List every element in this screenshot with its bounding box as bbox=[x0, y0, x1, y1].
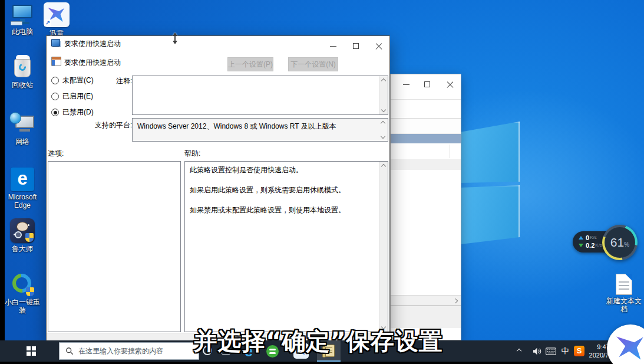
desktop-icon-label: Microsoft Edge bbox=[4, 193, 41, 209]
usage-percent-gauge[interactable]: 61% bbox=[602, 225, 638, 260]
dialog-title: 要求使用快速启动 bbox=[64, 39, 121, 49]
desktop-icon-label: 此电脑 bbox=[4, 28, 41, 36]
help-box[interactable]: 此策略设置控制是否使用快速启动。 如果启用此策略设置，则系统需要启用休眠模式。 … bbox=[184, 161, 388, 332]
desktop-icon-xiaobai[interactable]: 小白一键重装 bbox=[4, 273, 41, 314]
background-window[interactable] bbox=[390, 74, 461, 340]
left-black-bar bbox=[0, 0, 5, 340]
shield-icon bbox=[25, 233, 34, 242]
windows-logo-pane-top bbox=[461, 122, 520, 183]
horizontal-scrollbar[interactable] bbox=[391, 295, 461, 306]
dialog-titlebar[interactable]: 要求使用快速启动 bbox=[47, 36, 389, 50]
options-label: 选项: bbox=[48, 149, 64, 159]
video-subtitle: 并选择“确定”保存设置 bbox=[0, 325, 636, 358]
desktop-icon-label: 新建文本文档 bbox=[606, 297, 642, 313]
maximize-button[interactable] bbox=[421, 79, 434, 91]
upload-arrow-icon bbox=[579, 234, 583, 240]
desktop-icon-thunder[interactable]: ↗ 迅雷 bbox=[41, 2, 72, 37]
radio-icon-selected[interactable] bbox=[51, 109, 59, 116]
scroll-right-icon[interactable] bbox=[453, 299, 458, 303]
download-arrow-icon bbox=[579, 244, 583, 250]
desktop-screen: 此电脑 ↗ 迅雷 回收站 网络 e Microsoft Edge 鲁大师 小白一 bbox=[0, 0, 644, 364]
windows-logo-pane-bottom bbox=[461, 185, 520, 244]
scroll-up-icon[interactable] bbox=[381, 164, 386, 169]
comment-box[interactable] bbox=[132, 76, 388, 115]
radio-disabled[interactable]: 已禁用(D) bbox=[51, 107, 94, 117]
vertical-scrollbar[interactable] bbox=[379, 76, 388, 114]
desktop-icon-new-text-doc[interactable]: 新建文本文档 bbox=[606, 274, 642, 313]
shortcut-arrow-icon: ↗ bbox=[44, 19, 51, 27]
desktop-icon-edge[interactable]: e Microsoft Edge bbox=[4, 168, 41, 209]
vertical-scrollbar[interactable] bbox=[379, 119, 388, 141]
previous-setting-button[interactable]: 上一个设置(P) bbox=[227, 57, 273, 71]
shield-icon bbox=[26, 287, 34, 296]
selected-row-band bbox=[391, 134, 461, 143]
desktop-icon-recycle-bin[interactable]: 回收站 bbox=[4, 54, 41, 89]
desktop-icon-label: 网络 bbox=[4, 137, 41, 146]
options-box[interactable] bbox=[48, 161, 181, 332]
download-speed: 0.2 bbox=[586, 242, 595, 249]
desktop-icon-this-pc[interactable]: 此电脑 bbox=[4, 4, 41, 36]
recycle-bin-icon bbox=[11, 54, 34, 79]
master-lu-icon bbox=[10, 218, 35, 243]
scroll-down-icon[interactable] bbox=[381, 134, 385, 139]
policy-dialog[interactable]: 要求使用快速启动 要求使用快速启动 上一个设置(P) 下一个设置(N) 未配置(… bbox=[46, 35, 390, 340]
thunder-icon: ↗ bbox=[44, 2, 70, 27]
next-setting-button[interactable]: 下一个设置(N) bbox=[288, 57, 338, 71]
policy-name: 要求使用快速启动 bbox=[64, 58, 121, 68]
radio-icon[interactable] bbox=[51, 93, 59, 100]
scroll-up-icon[interactable] bbox=[381, 121, 385, 126]
vertical-scrollbar[interactable] bbox=[379, 162, 388, 332]
background-window-titlebar bbox=[391, 74, 461, 99]
desktop-icon-network[interactable]: 网络 bbox=[4, 112, 41, 146]
scroll-down-icon[interactable] bbox=[381, 107, 386, 112]
help-text: 此策略设置控制是否使用快速启动。 如果启用此策略设置，则系统需要启用休眠模式。 … bbox=[185, 162, 379, 332]
usage-percent: 61 bbox=[610, 235, 624, 250]
radio-enabled[interactable]: 已启用(E) bbox=[51, 91, 93, 101]
comment-label: 注释: bbox=[116, 76, 132, 86]
text-document-icon bbox=[616, 274, 632, 295]
scroll-up-icon[interactable] bbox=[381, 78, 386, 83]
this-pc-icon bbox=[11, 4, 34, 26]
desktop-icon-label: 小白一键重装 bbox=[4, 298, 41, 314]
background-window-toolbar bbox=[391, 99, 461, 119]
desktop-icon-master-lu[interactable]: 鲁大师 bbox=[4, 218, 41, 253]
minimize-button[interactable] bbox=[400, 79, 413, 91]
dialog-titlebar-icon bbox=[51, 39, 60, 47]
help-label: 帮助: bbox=[184, 149, 200, 159]
background-window-body bbox=[391, 170, 461, 295]
desktop-icon-label: 鲁大师 bbox=[4, 245, 41, 253]
xiaobai-reinstall-icon bbox=[11, 273, 34, 296]
desktop-icon-label: 回收站 bbox=[4, 81, 41, 89]
bottom-black-bar bbox=[0, 362, 644, 364]
radio-icon[interactable] bbox=[51, 77, 59, 84]
network-icon bbox=[9, 112, 35, 136]
supported-on-label: 支持的平台: bbox=[95, 120, 132, 130]
edge-icon: e bbox=[11, 168, 34, 191]
supported-on-box[interactable]: Windows Server 2012、Windows 8 或 Windows … bbox=[132, 118, 388, 142]
supported-on-value: Windows Server 2012、Windows 8 或 Windows … bbox=[133, 119, 388, 135]
mouse-cursor-ns-resize bbox=[171, 31, 179, 46]
policy-icon bbox=[51, 57, 61, 66]
close-button[interactable] bbox=[444, 79, 457, 91]
radio-not-configured[interactable]: 未配置(C) bbox=[51, 76, 94, 86]
upload-speed: 0 bbox=[586, 234, 589, 241]
